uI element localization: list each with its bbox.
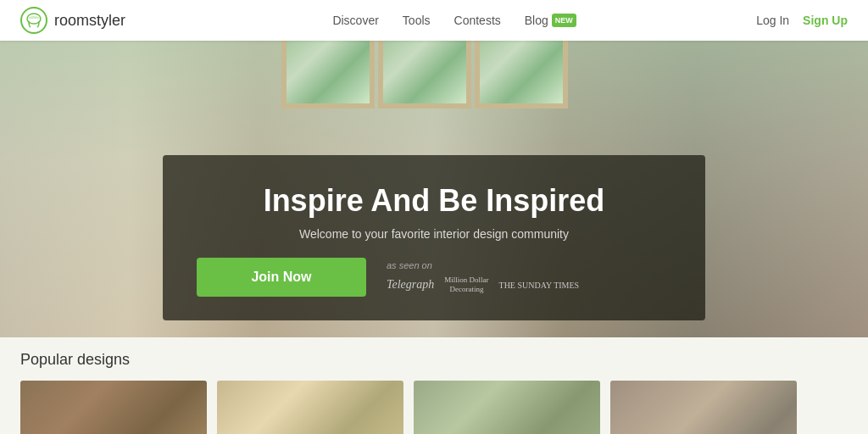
mdd-logo: Million DollarDecorating	[444, 275, 488, 294]
design-card[interactable]	[610, 381, 797, 434]
navigation: roomstyler Discover Tools Contests Blog …	[0, 0, 868, 41]
popular-section: Popular designs	[0, 337, 868, 434]
nav-item-discover[interactable]: Discover	[332, 14, 378, 27]
window-2	[378, 41, 471, 108]
telegraph-logo: Telegraph	[387, 278, 434, 292]
as-seen-label: as seen on	[387, 260, 671, 270]
popular-designs-title: Popular designs	[20, 351, 848, 369]
hero-title: Inspire And Be Inspired	[197, 182, 671, 219]
nav-item-tools[interactable]: Tools	[403, 14, 431, 27]
new-badge: NEW	[552, 14, 576, 27]
hero-windows	[281, 41, 587, 108]
nav-links: Discover Tools Contests Blog NEW	[153, 14, 756, 27]
as-seen-on: as seen on Telegraph Million DollarDecor…	[387, 260, 671, 294]
hero-overlay: Inspire And Be Inspired Welcome to your …	[163, 155, 705, 320]
media-logos: Telegraph Million DollarDecorating THE S…	[387, 275, 671, 294]
hero-subtitle: Welcome to your favorite interior design…	[197, 227, 671, 241]
svg-point-0	[21, 8, 47, 33]
design-grid	[20, 381, 848, 434]
sunday-times-logo: THE SUNDAY TIMES	[499, 281, 580, 290]
design-card[interactable]	[217, 381, 403, 434]
nav-item-blog[interactable]: Blog NEW	[525, 14, 576, 27]
window-1	[281, 41, 375, 108]
logo[interactable]: roomstyler	[20, 7, 125, 34]
join-now-button[interactable]: Join Now	[197, 258, 366, 297]
login-button[interactable]: Log In	[756, 14, 789, 27]
brand-name: roomstyler	[54, 12, 125, 30]
hero-cta-row: Join Now as seen on Telegraph Million Do…	[197, 258, 671, 297]
design-card[interactable]	[20, 381, 207, 434]
nav-item-contests[interactable]: Contests	[454, 14, 501, 27]
nav-actions: Log In Sign Up	[756, 14, 848, 27]
chair-icon	[20, 7, 47, 34]
design-card[interactable]	[414, 381, 600, 434]
window-3	[475, 41, 568, 108]
signup-button[interactable]: Sign Up	[803, 14, 848, 27]
hero-section: Inspire And Be Inspired Welcome to your …	[0, 41, 868, 337]
